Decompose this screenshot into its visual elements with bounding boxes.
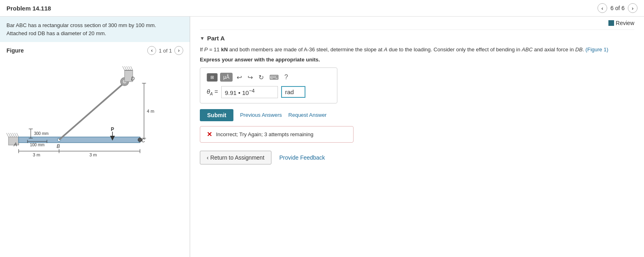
previous-answers-link[interactable]: Previous Answers (240, 112, 282, 118)
figure-page: 1 of 1 (159, 48, 172, 54)
left-panel: Bar ABC has a rectangular cross section … (0, 17, 190, 257)
review-button[interactable]: Review (608, 20, 634, 26)
figure-svg: A B C (6, 58, 168, 163)
svg-rect-8 (19, 137, 140, 143)
description-line1: Bar ABC has a rectangular cross section … (6, 21, 183, 29)
request-answer-link[interactable]: Request Answer (288, 112, 327, 118)
keyboard-button[interactable]: ⌨ (268, 73, 280, 82)
figure-section: Figure ‹ 1 of 1 › (0, 42, 190, 167)
a-var: A (384, 46, 388, 53)
return-to-assignment-button[interactable]: ‹ Return to Assignment (200, 151, 271, 164)
svg-line-3 (8, 133, 11, 137)
db-var: DB (575, 46, 583, 53)
unit-field[interactable]: rad (281, 86, 305, 98)
figure-header: Figure ‹ 1 of 1 › (6, 46, 183, 55)
svg-line-5 (13, 133, 15, 137)
feedback-box: ✕ Incorrect; Try Again; 3 attempts remai… (200, 126, 354, 143)
svg-line-19 (123, 66, 125, 70)
figure-nav: ‹ 1 of 1 › (147, 46, 183, 55)
svg-line-4 (11, 133, 13, 137)
figure-label: Figure (6, 47, 24, 54)
description-line2: Attached rod DB has a diameter of 20 mm. (6, 29, 183, 38)
redo-button[interactable]: ↪ (246, 73, 254, 82)
undo-button[interactable]: ↩ (235, 73, 244, 82)
review-label: Review (616, 20, 634, 26)
top-bar: Problem 14.118 ‹ 6 of 6 › (0, 0, 644, 17)
help-button[interactable]: ? (283, 73, 290, 82)
page-indicator: 6 of 6 (610, 5, 625, 11)
answer-value-field: 9.91 • 10−4 (221, 86, 278, 98)
svg-line-2 (6, 133, 8, 137)
abc-var: ABC (522, 46, 533, 53)
part-label: Part A (207, 35, 225, 42)
svg-line-21 (127, 66, 129, 70)
mu-label: μÅ (223, 74, 229, 80)
provide-feedback-link[interactable]: Provide Feedback (280, 154, 325, 161)
problem-description: Bar ABC has a rectangular cross section … (0, 17, 190, 42)
main-layout: Bar ABC has a rectangular cross section … (0, 17, 644, 257)
next-problem-button[interactable]: › (628, 3, 638, 13)
theta-label: θA = (207, 88, 218, 96)
figure-canvas: A B C (6, 58, 183, 163)
svg-text:100 mm: 100 mm (30, 143, 44, 147)
svg-text:3 m: 3 m (89, 152, 97, 157)
svg-text:A: A (13, 142, 17, 147)
answer-box: ⊞ μÅ ↩ ↪ ↻ ⌨ ? θA = 9.91 • 10−4 rad (200, 67, 337, 103)
svg-text:4 m: 4 m (147, 109, 154, 114)
svg-text:D: D (131, 76, 135, 82)
svg-text:3 m: 3 m (33, 152, 40, 157)
part-header: ▼ Part A (200, 35, 634, 42)
svg-text:C: C (142, 138, 145, 143)
return-chevron-icon: ‹ (207, 154, 209, 161)
bottom-actions: ‹ Return to Assignment Provide Feedback (200, 151, 634, 164)
review-bar: Review (200, 17, 634, 30)
question-text: If P = 11 kN and both members are made o… (200, 46, 634, 54)
action-row: Submit Previous Answers Request Answer (200, 109, 634, 121)
return-label: Return to Assignment (210, 154, 265, 161)
prev-problem-button[interactable]: ‹ (597, 3, 607, 13)
mu-button[interactable]: μÅ (220, 73, 233, 82)
p-var: P (204, 46, 208, 53)
grid-icon: ⊞ (210, 75, 214, 80)
submit-button[interactable]: Submit (200, 109, 233, 121)
right-panel: Review ▼ Part A If P = 11 kN and both me… (190, 17, 644, 257)
collapse-arrow[interactable]: ▼ (200, 36, 205, 41)
error-icon: ✕ (207, 131, 212, 138)
review-icon (608, 20, 614, 26)
svg-line-22 (129, 66, 131, 70)
problem-title: Problem 14.118 (6, 5, 51, 12)
svg-text:300 mm: 300 mm (34, 131, 49, 136)
figure-next-button[interactable]: › (174, 46, 183, 55)
express-text: Express your answer with the appropriate… (200, 57, 634, 63)
figure-prev-button[interactable]: ‹ (147, 46, 156, 55)
svg-line-7 (17, 133, 19, 137)
svg-line-6 (15, 133, 17, 137)
grid-button[interactable]: ⊞ (207, 73, 218, 82)
svg-text:B: B (57, 143, 60, 149)
feedback-text: Incorrect; Try Again; 3 attempts remaini… (216, 131, 314, 137)
kn-unit: kN (221, 46, 228, 53)
toolbar: ⊞ μÅ ↩ ↪ ↻ ⌨ ? (207, 73, 330, 82)
svg-line-20 (125, 66, 127, 70)
svg-line-23 (131, 66, 133, 70)
svg-text:P: P (111, 126, 114, 132)
answer-row: θA = 9.91 • 10−4 rad (207, 86, 330, 98)
nav-controls: ‹ 6 of 6 › (597, 3, 638, 13)
refresh-button[interactable]: ↻ (257, 73, 265, 82)
figure-ref-link[interactable]: (Figure 1) (584, 46, 608, 53)
